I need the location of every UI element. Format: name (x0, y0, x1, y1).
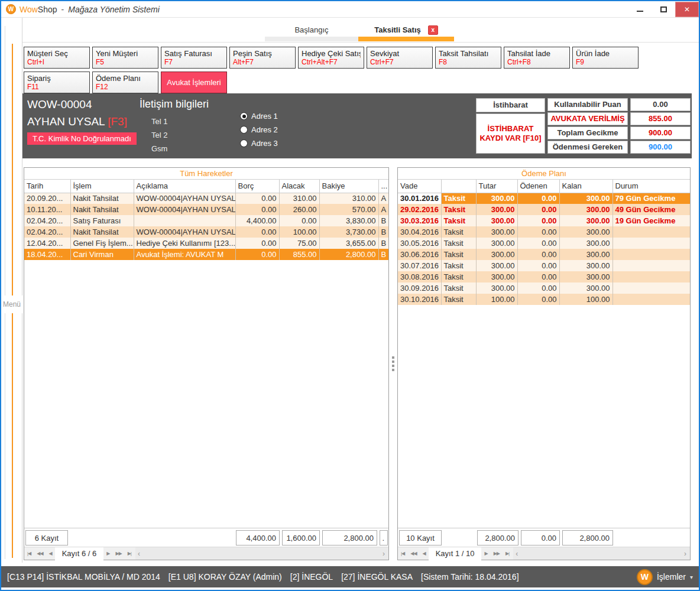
splitter-handle-icon[interactable] (392, 356, 394, 371)
collapsed-menu-strip[interactable]: Menü (1, 18, 22, 563)
score-values-box: 0.00 855.00 900.00 900.00 (630, 98, 691, 154)
table-row[interactable]: 20.09.20...Nakit TahsilatWOW-00004|AYHAN… (24, 193, 388, 204)
address1-radio[interactable]: Adres 1 (240, 112, 278, 121)
column-header[interactable]: Vade (398, 180, 441, 193)
table-cell: 0.00 (517, 215, 559, 226)
customer-name-text: AYHAN UYSAL (27, 115, 105, 128)
minimize-button[interactable] (628, 2, 652, 17)
table-row[interactable]: 30.07.2016Taksit300.000.00300.00 (398, 260, 690, 271)
table-row[interactable]: 10.11.20...Nakit TahsilatWOW-00004|AYHAN… (24, 204, 388, 215)
musteri-sec-button[interactable]: Müşteri Seç Ctrl+I (24, 47, 90, 69)
table-row[interactable]: 30.03.2016Taksit300.000.00300.0019 Gün G… (398, 215, 690, 226)
table-cell: 0.00 (517, 282, 559, 294)
column-header[interactable]: Açıklama (134, 180, 235, 193)
prev-record-icon[interactable]: ◀ (46, 551, 55, 556)
close-button[interactable]: ✕ (675, 2, 699, 17)
id-warning-badge[interactable]: T.C. Kimlik No Doğrulanmadı (27, 132, 137, 145)
column-header[interactable]: Durum (612, 180, 690, 193)
table-row[interactable]: 30.06.2016Taksit300.000.00300.00 (398, 249, 690, 260)
table-cell: 30.07.2016 (398, 260, 441, 271)
scroll-right-icon[interactable]: › (684, 547, 686, 560)
column-header[interactable]: İşlem (70, 180, 134, 193)
column-header[interactable]: Borç (235, 180, 279, 193)
avukat-islemleri-button[interactable]: Avukat İşlemleri (161, 72, 227, 93)
first-record-icon[interactable]: |◀ (24, 551, 34, 556)
score-value: 900.00 (630, 141, 691, 154)
table-row[interactable]: 29.02.2016Taksit300.000.00300.0049 Gün G… (398, 204, 690, 215)
prev-page-icon[interactable]: ◀◀ (34, 551, 46, 556)
address2-radio[interactable]: Adres 2 (240, 125, 278, 134)
app-brand-orange: Wow (20, 5, 38, 14)
table-cell: 100.00 (476, 294, 517, 305)
button-shortcut: F12 (96, 83, 155, 91)
column-header[interactable]: Kalan (559, 180, 612, 193)
islemler-dropdown[interactable]: W İşlemler ▾ (637, 569, 693, 585)
hediye-ceki-satisi-button[interactable]: Hediye Çeki Satışı Ctrl+Alt+F7 (298, 47, 364, 69)
prev-page-icon[interactable]: ◀◀ (407, 551, 419, 556)
panel-splitter[interactable] (389, 167, 397, 560)
intel-alert-button[interactable]: İSTİHBARAT KAYDI VAR [F10] (476, 113, 545, 154)
table-cell: WOW-00004|AYHAN UYSAL (134, 193, 235, 204)
last-record-icon[interactable]: ▶| (125, 551, 134, 556)
table-row[interactable]: 30.04.2016Taksit300.000.00300.00 (398, 226, 690, 238)
pesin-satis-button[interactable]: Peşin Satış Alt+F7 (229, 47, 296, 69)
table-row[interactable]: 02.04.20...Nakit TahsilatWOW-00004|AYHAN… (24, 226, 388, 238)
intel-header-button[interactable]: İstihbarat (476, 98, 545, 112)
next-page-icon[interactable]: ▶▶ (491, 551, 503, 556)
prev-record-icon[interactable]: ◀ (420, 551, 429, 556)
table-cell: Taksit (441, 294, 476, 305)
column-header[interactable] (441, 180, 476, 193)
table-row[interactable]: 02.04.20...Satış Faturası4,400.000.003,8… (24, 215, 388, 226)
yeni-musteri-button[interactable]: Yeni Müşteri F5 (92, 47, 158, 69)
scroll-right-icon[interactable]: › (383, 547, 385, 560)
table-row[interactable]: 30.08.2016Taksit300.000.00300.00 (398, 271, 690, 282)
tahsilat-iade-button[interactable]: Tahsilat İade Ctrl+F8 (504, 47, 570, 69)
column-header[interactable]: Ödenen (517, 180, 559, 193)
menu-strip-label[interactable]: Menü (1, 296, 22, 313)
next-page-icon[interactable]: ▶▶ (112, 551, 124, 556)
table-cell: 0.00 (517, 249, 559, 260)
payments-footer: 10 Kayıt 2,800.00 0.00 2,800.00 (398, 528, 690, 547)
tab-close-icon[interactable]: x (428, 25, 438, 35)
next-record-icon[interactable]: ▶ (481, 551, 490, 556)
table-row[interactable]: 30.09.2016Taksit300.000.00300.00 (398, 282, 690, 294)
customer-name[interactable]: AYHAN UYSAL [F3] (27, 115, 127, 128)
column-header[interactable]: Bakiye (319, 180, 378, 193)
satis-faturasi-button[interactable]: Satış Faturası F7 (161, 47, 227, 69)
horizontal-scrollbar[interactable]: ‹ › (135, 547, 388, 560)
payments-navigator: |◀ ◀◀ ◀ Kayıt 1 / 10 ▶ ▶▶ ▶| ‹ › (398, 547, 690, 560)
table-cell: 0.00 (517, 260, 559, 271)
table-cell: 02.04.20... (24, 215, 70, 226)
odeme-plani-button[interactable]: Ödeme Planı F12 (92, 72, 158, 93)
taksit-tahsilati-button[interactable]: Taksit Tahsilatı F8 (435, 47, 501, 69)
column-header[interactable]: Tarih (24, 180, 70, 193)
scroll-left-icon[interactable]: ‹ (516, 547, 518, 560)
scroll-left-icon[interactable]: ‹ (138, 547, 140, 560)
next-record-icon[interactable]: ▶ (103, 551, 112, 556)
sevkiyat-button[interactable]: Sevkiyat Ctrl+F7 (367, 47, 433, 69)
table-row[interactable]: 30.10.2016Taksit100.000.00100.00 (398, 294, 690, 305)
table-row[interactable]: 18.04.20...Cari VirmanAvukat İşlemi: AVU… (24, 249, 388, 260)
table-cell: B (378, 249, 388, 260)
first-record-icon[interactable]: |◀ (398, 551, 407, 556)
horizontal-scrollbar[interactable]: ‹ › (513, 547, 690, 560)
close-icon: ✕ (684, 5, 690, 14)
urun-iade-button[interactable]: Ürün İade F9 (572, 47, 639, 69)
table-row[interactable]: 12.04.20...Genel Fiş İşlem...Hediye Çeki… (24, 238, 388, 249)
column-header[interactable]: Alacak (279, 180, 319, 193)
table-cell: Nakit Tahsilat (70, 193, 134, 204)
maximize-button[interactable] (652, 2, 675, 17)
table-cell: B (378, 238, 388, 249)
table-cell: 300.00 (559, 282, 612, 294)
table-row[interactable]: 30.01.2016Taksit300.000.00300.0079 Gün G… (398, 193, 690, 204)
table-cell: 300.00 (559, 238, 612, 249)
address3-radio[interactable]: Adres 3 (240, 139, 278, 148)
table-cell: 30.05.2016 (398, 238, 441, 249)
column-header[interactable]: ... (378, 180, 388, 193)
column-header[interactable]: Tutar (476, 180, 517, 193)
table-cell: 49 Gün Gecikme (612, 204, 690, 215)
last-record-icon[interactable]: ▶| (503, 551, 512, 556)
table-row[interactable]: 30.05.2016Taksit300.000.00300.00 (398, 238, 690, 249)
siparis-button[interactable]: Sipariş F11 (24, 72, 90, 93)
table-cell: 3,655.00 (319, 238, 378, 249)
